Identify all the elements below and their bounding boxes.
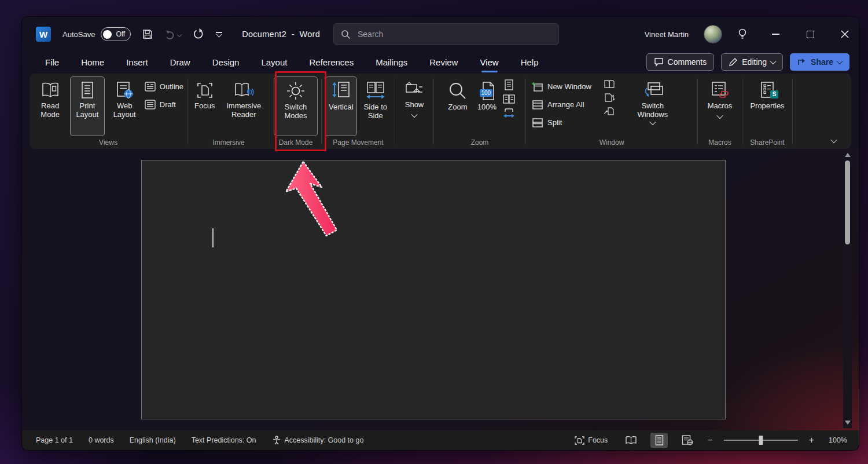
properties-button[interactable]: S Properties <box>746 76 788 136</box>
comments-button[interactable]: Comments <box>646 53 715 71</box>
switch-modes-button[interactable]: Switch Modes <box>274 76 318 136</box>
tab-design[interactable]: Design <box>211 55 241 70</box>
language-indicator[interactable]: English (India) <box>130 436 176 444</box>
tab-review[interactable]: Review <box>428 55 459 70</box>
document-page[interactable] <box>141 160 726 419</box>
zoom-slider[interactable] <box>724 440 798 441</box>
sun-icon <box>286 81 306 101</box>
search-bar[interactable] <box>333 23 559 45</box>
group-label-views: Views <box>33 136 183 149</box>
avatar[interactable] <box>704 25 722 43</box>
focus-mode-button[interactable]: Focus <box>575 436 608 445</box>
page-indicator[interactable]: Page 1 of 1 <box>36 436 73 444</box>
share-button[interactable]: Share <box>790 53 849 71</box>
save-icon[interactable] <box>142 28 153 40</box>
draft-button[interactable]: Draft <box>145 97 183 112</box>
new-window-button[interactable]: New Window <box>532 79 591 94</box>
zoom-button[interactable]: Zoom <box>444 76 471 136</box>
web-layout-label: Web Layout <box>111 102 138 119</box>
scroll-down-icon[interactable] <box>845 421 851 425</box>
focus-status-icon <box>575 436 584 445</box>
close-button[interactable] <box>840 30 849 39</box>
vertical-scrollbar[interactable] <box>843 150 852 428</box>
immersive-reader-icon <box>233 81 254 100</box>
tab-mailings[interactable]: Mailings <box>374 55 409 70</box>
accessibility-label: Accessibility: Good to go <box>285 436 364 444</box>
immersive-reader-button[interactable]: Immersive Reader <box>221 76 266 136</box>
multiple-pages-icon[interactable] <box>503 94 515 104</box>
web-layout-view-icon[interactable] <box>679 433 696 448</box>
user-name[interactable]: Vineet Martin <box>645 30 689 39</box>
one-page-icon[interactable] <box>504 79 514 90</box>
focus-button[interactable]: Focus <box>191 76 218 136</box>
zoom-out-button[interactable]: − <box>707 435 712 445</box>
editing-label: Editing <box>742 57 767 67</box>
tab-file[interactable]: File <box>44 55 60 70</box>
print-layout-view-icon[interactable] <box>650 433 668 448</box>
autosave-toggle[interactable]: Off <box>101 27 131 41</box>
chevron-down-icon <box>649 119 656 125</box>
group-label-zoom: Zoom <box>437 136 522 149</box>
customize-quick-access-icon[interactable] <box>216 32 222 36</box>
vertical-button[interactable]: Vertical <box>325 76 357 136</box>
zoom-percentage[interactable]: 100% <box>829 436 847 444</box>
collapse-ribbon-icon[interactable] <box>830 137 837 143</box>
redo-icon[interactable] <box>192 28 205 41</box>
tab-layout[interactable]: Layout <box>260 55 288 70</box>
zoom-slider-thumb[interactable] <box>759 436 763 445</box>
zoom-label: Zoom <box>448 103 467 112</box>
show-button[interactable]: Show <box>401 76 428 136</box>
text-cursor <box>212 228 214 247</box>
web-layout-button[interactable]: Web Layout <box>108 76 142 136</box>
arrange-all-icon <box>532 100 543 110</box>
print-layout-button[interactable]: Print Layout <box>70 76 104 136</box>
undo-icon[interactable] <box>164 28 181 40</box>
tab-help[interactable]: Help <box>520 55 540 70</box>
zoom-in-button[interactable]: + <box>809 435 814 445</box>
chevron-down-icon <box>836 58 843 64</box>
word-count[interactable]: 0 words <box>89 436 114 444</box>
toggle-knob-icon <box>103 30 112 39</box>
side-to-side-button[interactable]: Side to Side <box>360 76 391 136</box>
maximize-button[interactable] <box>806 30 815 39</box>
read-mode-label: Read Mode <box>36 102 64 119</box>
side-to-side-label: Side to Side <box>363 103 388 120</box>
tab-insert[interactable]: Insert <box>125 55 149 70</box>
zoom-100-icon: 100 <box>479 81 496 101</box>
outline-button[interactable]: Outline <box>145 79 183 94</box>
search-input[interactable] <box>356 29 532 39</box>
document-canvas <box>22 149 859 430</box>
lightbulb-icon[interactable] <box>737 28 748 41</box>
read-mode-view-icon[interactable] <box>622 433 639 448</box>
accessibility-indicator[interactable]: Accessibility: Good to go <box>272 436 364 445</box>
group-label-dark-mode: Dark Mode <box>274 136 318 149</box>
autosave-state: Off <box>116 30 125 38</box>
text-predictions-indicator[interactable]: Text Predictions: On <box>192 436 256 444</box>
synchronous-scrolling-icon[interactable] <box>604 93 615 103</box>
comment-icon <box>654 57 664 67</box>
word-logo-icon[interactable]: W <box>36 27 51 42</box>
zoom-100-button[interactable]: 100 100% <box>474 76 500 136</box>
undo-dropdown-icon[interactable] <box>177 32 182 37</box>
read-mode-button[interactable]: Read Mode <box>33 76 67 136</box>
split-button[interactable]: Split <box>532 115 591 130</box>
scrollbar-thumb[interactable] <box>845 160 850 244</box>
tab-references[interactable]: References <box>308 55 355 70</box>
macros-button[interactable]: Macros <box>704 76 736 136</box>
status-bar: Page 1 of 1 0 words English (India) Text… <box>22 430 859 450</box>
tab-home[interactable]: Home <box>80 55 105 70</box>
reset-window-position-icon[interactable] <box>604 107 615 116</box>
page-width-icon[interactable] <box>503 108 515 119</box>
arrange-all-button[interactable]: Arrange All <box>532 97 591 112</box>
tab-view[interactable]: View <box>479 55 499 70</box>
scroll-up-icon[interactable] <box>845 153 851 157</box>
group-sharepoint: S Properties SharePoint <box>742 74 792 149</box>
view-side-by-side-icon[interactable] <box>604 79 615 89</box>
editing-button[interactable]: Editing <box>721 53 783 71</box>
minimize-button[interactable] <box>771 30 780 39</box>
document-title: Document2 - Word <box>242 30 320 39</box>
tab-draw[interactable]: Draw <box>169 55 192 70</box>
new-window-label: New Window <box>547 82 591 91</box>
new-window-icon <box>532 82 543 92</box>
switch-windows-button[interactable]: Switch Windows <box>626 76 679 136</box>
